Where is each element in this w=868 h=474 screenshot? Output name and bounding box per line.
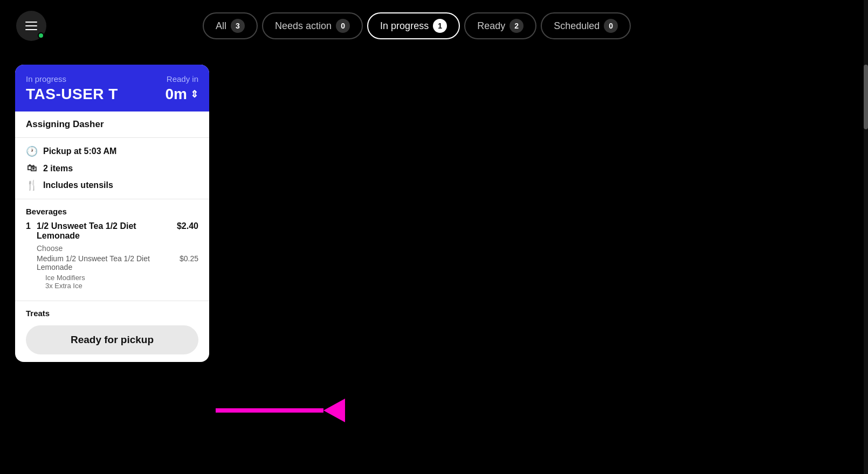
order-card: In progress Ready in TAS-USER T 0m ⇕ Ass… xyxy=(15,65,209,362)
tab-ready-badge: 2 xyxy=(509,19,523,33)
utensils-row: 🍴 Includes utensils xyxy=(26,179,198,191)
items-count-label: 2 items xyxy=(43,164,73,173)
in-progress-label: In progress xyxy=(26,74,66,83)
tab-in-progress-badge: 1 xyxy=(433,19,447,33)
modifier-price: $0.25 xyxy=(180,254,198,263)
card-header-top: In progress Ready in xyxy=(26,74,198,83)
tab-all-badge: 3 xyxy=(231,19,245,33)
modifier-row: Medium 1/2 Unsweet Tea 1/2 Diet Lemonade… xyxy=(37,254,198,271)
item-row-1: 1 1/2 Unsweet Tea 1/2 Diet Lemonade $2.4… xyxy=(26,221,198,241)
scroll-thumb[interactable] xyxy=(864,65,868,129)
beverages-section: Beverages 1 1/2 Unsweet Tea 1/2 Diet Lem… xyxy=(15,199,209,301)
tab-all[interactable]: All 3 xyxy=(203,12,258,39)
ready-for-pickup-button[interactable]: Ready for pickup xyxy=(26,325,198,354)
modifier-choose-label: Choose xyxy=(37,244,198,253)
arrow-head xyxy=(323,399,345,422)
utensils-label: Includes utensils xyxy=(43,180,113,190)
menu-button[interactable] xyxy=(16,11,46,41)
bag-icon: 🛍 xyxy=(26,163,38,174)
tab-needs-action[interactable]: Needs action 0 xyxy=(262,12,363,39)
beverages-category-label: Beverages xyxy=(26,207,198,216)
tab-scheduled[interactable]: Scheduled 0 xyxy=(541,12,631,39)
items-count-row: 🛍 2 items xyxy=(26,163,198,174)
utensils-icon: 🍴 xyxy=(26,179,38,191)
tab-in-progress[interactable]: In progress 1 xyxy=(367,12,460,39)
tab-scheduled-label: Scheduled xyxy=(554,20,600,32)
scroll-track xyxy=(864,0,868,474)
hamburger-line xyxy=(25,22,37,23)
header-bottom-row: TAS-USER T 0m ⇕ xyxy=(26,86,198,103)
treats-section: Treats Ready for pickup xyxy=(15,301,209,362)
tab-needs-action-label: Needs action xyxy=(275,20,332,32)
item-name: 1/2 Unsweet Tea 1/2 Diet Lemonade xyxy=(37,221,177,241)
chevron-icon: ⇕ xyxy=(190,88,198,100)
assigning-dasher-section: Assigning Dasher xyxy=(15,111,209,138)
item-qty: 1 xyxy=(26,221,37,231)
card-header: In progress Ready in TAS-USER T 0m ⇕ xyxy=(15,65,209,111)
pickup-time-label: Pickup at 5:03 AM xyxy=(43,147,116,156)
hamburger-line xyxy=(25,25,37,26)
tab-ready[interactable]: Ready 2 xyxy=(464,12,536,39)
online-status-dot xyxy=(38,32,44,39)
arrow-annotation xyxy=(216,399,345,422)
ready-time: 0m ⇕ xyxy=(166,86,198,103)
modifier-name: Medium 1/2 Unsweet Tea 1/2 Diet Lemonade xyxy=(37,254,180,271)
tabs-row: All 3 Needs action 0 In progress 1 Ready… xyxy=(203,12,631,39)
order-meta: 🕐 Pickup at 5:03 AM 🛍 2 items 🍴 Includes… xyxy=(15,138,209,199)
hamburger-line xyxy=(25,29,37,30)
sub-modifier-label: Ice Modifiers xyxy=(45,274,198,282)
item-price: $2.40 xyxy=(177,221,198,231)
top-nav: All 3 Needs action 0 In progress 1 Ready… xyxy=(0,0,868,52)
ready-in-label: Ready in xyxy=(167,74,198,83)
tab-ready-label: Ready xyxy=(477,20,505,32)
tab-in-progress-label: In progress xyxy=(380,20,429,32)
tab-scheduled-badge: 0 xyxy=(604,19,618,33)
sub-modifier: Ice Modifiers 3x Extra Ice xyxy=(45,274,198,290)
sub-modifier-item: 3x Extra Ice xyxy=(45,282,198,290)
clock-icon: 🕐 xyxy=(26,145,38,157)
assigning-dasher-label: Assigning Dasher xyxy=(26,119,104,129)
tab-needs-action-badge: 0 xyxy=(336,19,350,33)
tab-all-label: All xyxy=(216,20,226,32)
treats-category-label: Treats xyxy=(26,309,198,318)
pickup-time-row: 🕐 Pickup at 5:03 AM xyxy=(26,145,198,157)
order-id: TAS-USER T xyxy=(26,86,118,103)
modifier-group: Choose Medium 1/2 Unsweet Tea 1/2 Diet L… xyxy=(37,244,198,290)
arrow-line xyxy=(216,408,323,413)
